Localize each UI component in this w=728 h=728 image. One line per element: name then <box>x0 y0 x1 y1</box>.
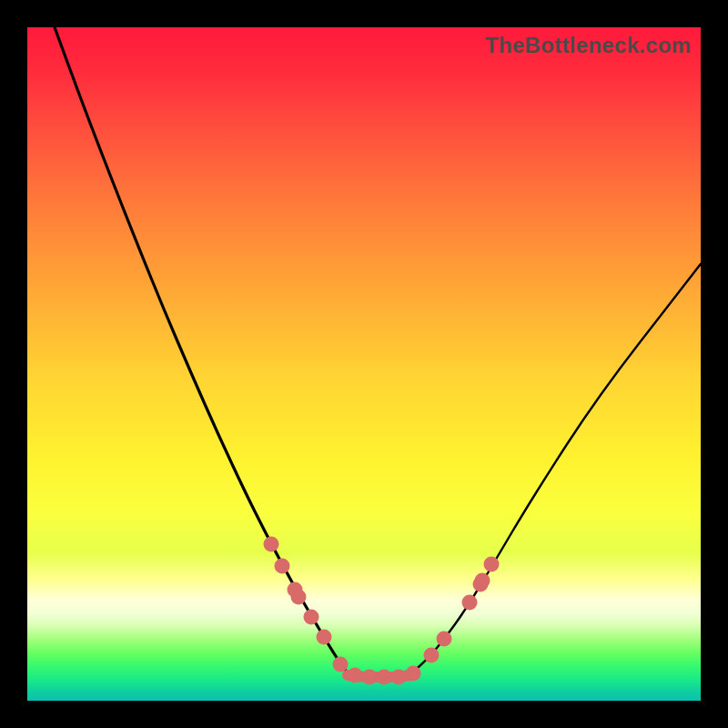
marker-dot <box>317 630 332 645</box>
curve-svg <box>27 27 701 701</box>
marker-dot <box>348 668 363 683</box>
outer-frame: TheBottleneck.com <box>0 0 728 728</box>
left-branch-path <box>55 27 348 673</box>
right-branch-path <box>411 264 701 673</box>
marker-dot <box>275 559 290 574</box>
marker-dot <box>377 670 392 685</box>
curve-group <box>55 27 701 677</box>
marker-dot <box>391 670 407 685</box>
marker-dot <box>424 648 440 663</box>
marker-dot <box>264 537 279 552</box>
marker-dot <box>291 590 307 605</box>
plot-area: TheBottleneck.com <box>27 27 701 701</box>
marker-dot <box>462 595 478 611</box>
marker-dot <box>304 610 319 625</box>
marker-dot <box>333 657 349 672</box>
marker-dot <box>475 573 490 589</box>
marker-dot <box>362 670 378 685</box>
marker-dot <box>437 632 452 647</box>
marker-dot <box>484 557 500 572</box>
marker-dot <box>406 666 421 682</box>
